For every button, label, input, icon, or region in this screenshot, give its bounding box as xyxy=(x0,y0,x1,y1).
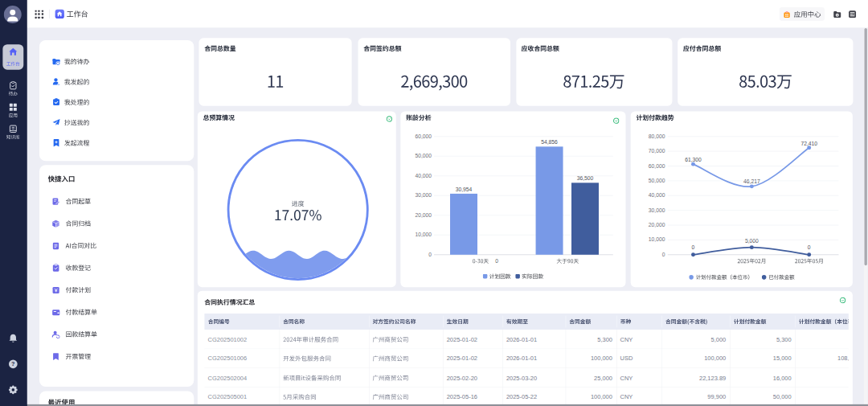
svg-text:?: ? xyxy=(11,360,15,367)
